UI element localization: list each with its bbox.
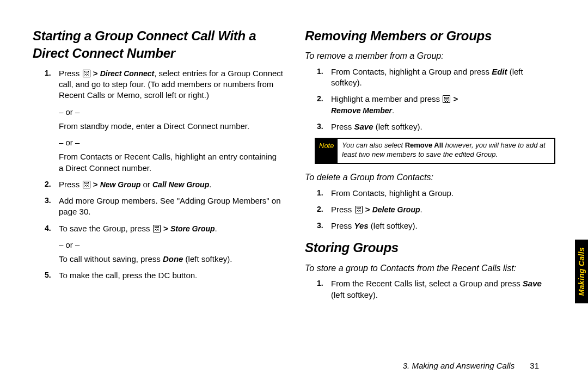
dg-step-3: Press Yes (left softkey). <box>331 220 555 231</box>
right-column: Removing Members or Groups To remove a m… <box>299 27 555 370</box>
steps-remove-member: From Contacts, highlight a Group and pre… <box>305 66 555 132</box>
heading-storing: Storing Groups <box>305 239 555 256</box>
menu-icon <box>83 181 90 188</box>
steps-delete-group: From Contacts, highlight a Group. Press … <box>305 188 555 232</box>
page-number: 31 <box>530 361 539 370</box>
note-label: Note <box>316 139 338 163</box>
step-1-alt-a: From standby mode, enter a Direct Connec… <box>59 121 283 132</box>
step-3: Add more Group members. See "Adding Grou… <box>59 195 283 218</box>
steps-left: Press > Direct Connect, select entries f… <box>33 68 283 101</box>
subhead-delete-group: To delete a Group from Contacts: <box>305 171 555 183</box>
steps-left-cont2: To make the call, press the DC button. <box>33 270 283 281</box>
step-4: To save the Group, press > Store Group. <box>59 223 283 234</box>
subhead-store: To store a group to Contacts from the Re… <box>305 262 555 274</box>
menu-icon <box>83 70 90 77</box>
left-column: Starting a Group Connect Call With a Dir… <box>33 27 299 370</box>
rm-step-1: From Contacts, highlight a Group and pre… <box>331 66 555 89</box>
subhead-remove-member: To remove a member from a Group: <box>305 50 555 62</box>
or-divider: – or – <box>59 107 283 118</box>
heading-removing: Removing Members or Groups <box>305 27 555 45</box>
or-divider: – or – <box>59 240 283 250</box>
heading-start-group-call: Starting a Group Connect Call With a Dir… <box>33 27 283 63</box>
rm-step-3: Press Save (left softkey). <box>331 121 555 132</box>
note-text: You can also select Remove All however, … <box>338 139 554 163</box>
steps-left-cont: Press > New Group or Call New Group. Add… <box>33 179 283 234</box>
menu-icon <box>355 206 363 213</box>
dg-step-1: From Contacts, highlight a Group. <box>331 188 555 199</box>
manual-page: Starting a Group Connect Call With a Dir… <box>0 0 588 392</box>
rm-step-2: Highlight a member and press > Remove Me… <box>331 94 555 116</box>
st-step-1: From the Recent Calls list, select a Gro… <box>331 278 555 301</box>
menu-icon <box>153 225 161 232</box>
menu-icon <box>443 95 450 103</box>
step-1: Press > Direct Connect, select entries f… <box>59 68 283 101</box>
footer-section-label: 3. Making and Answering Calls <box>403 361 514 370</box>
dg-step-2: Press > Delete Group. <box>331 204 555 215</box>
or-divider: – or – <box>59 137 283 148</box>
page-footer: 3. Making and Answering Calls 31 <box>403 361 539 370</box>
steps-store: From the Recent Calls list, select a Gro… <box>305 278 555 301</box>
note-box: Note You can also select Remove All howe… <box>315 138 555 164</box>
step-2: Press > New Group or Call New Group. <box>59 179 283 190</box>
section-tab: Making Calls <box>575 240 588 303</box>
step-5: To make the call, press the DC button. <box>59 270 283 281</box>
step-4-alt: To call without saving, press Done (left… <box>59 254 283 265</box>
step-1-alt-b: From Contacts or Recent Calls, highlight… <box>59 151 283 174</box>
